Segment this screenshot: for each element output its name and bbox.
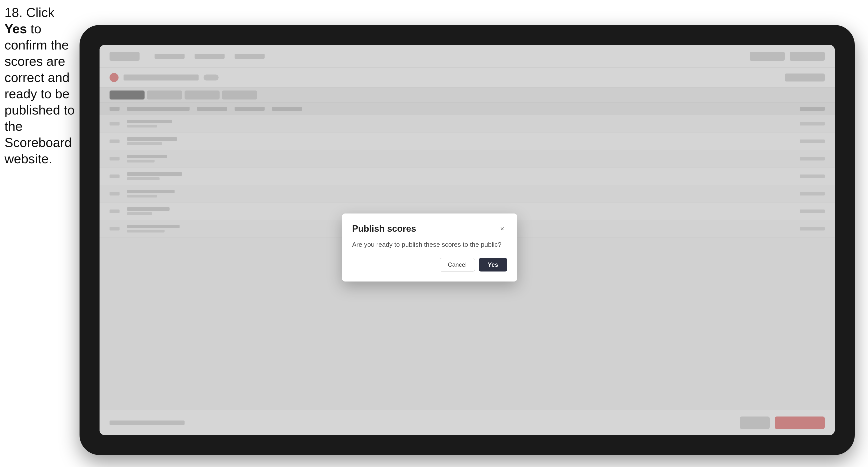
modal-footer: Cancel Yes — [352, 258, 507, 272]
yes-bold: Yes — [4, 22, 27, 36]
modal-dialog: Publish scores × Are you ready to publis… — [342, 214, 517, 281]
instruction-text: 18. Click Yes to confirm the scores are … — [4, 4, 77, 167]
instruction-text-part1: Click — [23, 5, 54, 20]
tablet-frame: Publish scores × Are you ready to publis… — [80, 25, 855, 455]
step-number: 18. — [4, 5, 23, 20]
modal-close-button[interactable]: × — [497, 224, 507, 234]
modal-body-text: Are you ready to publish these scores to… — [352, 240, 507, 249]
modal-title: Publish scores — [352, 223, 416, 234]
tablet-screen: Publish scores × Are you ready to publis… — [99, 45, 835, 435]
yes-button[interactable]: Yes — [479, 258, 507, 272]
modal-overlay: Publish scores × Are you ready to publis… — [99, 45, 835, 435]
instruction-text-part2: to confirm the scores are correct and re… — [4, 22, 74, 166]
modal-header: Publish scores × — [352, 223, 507, 234]
cancel-button[interactable]: Cancel — [440, 258, 475, 272]
